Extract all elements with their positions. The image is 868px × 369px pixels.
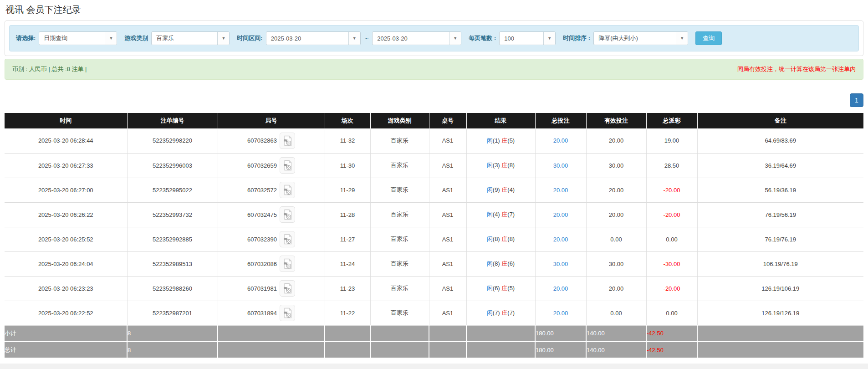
result-banker-label: 庄 bbox=[501, 260, 507, 267]
cell-round-id: 607032572 bbox=[218, 178, 325, 202]
cell-total-bet[interactable]: 30.00 bbox=[535, 251, 586, 276]
result-player-label: 闲 bbox=[487, 236, 493, 242]
cell-valid-bet: 0.00 bbox=[586, 227, 646, 251]
cell-table-no: AS1 bbox=[429, 276, 466, 301]
cell-session: 11-29 bbox=[325, 178, 370, 202]
video-replay-button[interactable] bbox=[280, 182, 295, 198]
page-size-label: 每页笔数 : bbox=[469, 34, 496, 42]
subtotal-label: 小计 bbox=[5, 325, 127, 342]
chevron-down-icon: ▼ bbox=[543, 32, 555, 45]
cell-game-type: 百家乐 bbox=[370, 251, 429, 276]
result-banker-count: (6) bbox=[507, 260, 515, 267]
video-file-icon bbox=[282, 135, 292, 146]
currency-total-text: 币别 : 人民币 | 总共 :8 注单 | bbox=[12, 65, 87, 73]
col-header-table-no: 桌号 bbox=[429, 113, 466, 128]
result-banker-label: 庄 bbox=[501, 211, 507, 218]
cell-result: 闲(8) 庄(6) bbox=[466, 251, 535, 276]
cell-game-type: 百家乐 bbox=[370, 301, 429, 325]
result-banker-label: 庄 bbox=[501, 162, 507, 169]
video-replay-button[interactable] bbox=[280, 231, 295, 247]
cell-session: 11-22 bbox=[325, 301, 370, 325]
round-id-text: 607032086 bbox=[247, 261, 277, 267]
result-player-label: 闲 bbox=[487, 186, 493, 193]
sort-order-select[interactable]: 降幂(由大到小) ▼ bbox=[593, 31, 688, 45]
date-from-value: 2025-03-20 bbox=[266, 32, 348, 45]
result-banker-label: 庄 bbox=[501, 186, 507, 193]
game-type-label: 游戏类别 bbox=[124, 34, 148, 42]
game-type-select[interactable]: 百家乐 ▼ bbox=[151, 31, 230, 45]
result-banker-label: 庄 bbox=[501, 137, 507, 144]
total-total-bet: 180.00 bbox=[535, 342, 586, 358]
video-replay-button[interactable] bbox=[280, 280, 295, 297]
result-banker-count: (8) bbox=[507, 162, 515, 169]
time-range-label: 时间区间: bbox=[237, 34, 262, 42]
cell-result: 闲(3) 庄(8) bbox=[466, 153, 535, 178]
horizontal-scrollbar[interactable] bbox=[0, 364, 868, 369]
cell-total-bet[interactable]: 20.00 bbox=[535, 202, 586, 227]
chevron-down-icon: ▼ bbox=[348, 32, 360, 45]
cell-round-id: 607031894 bbox=[218, 301, 325, 325]
cell-total-bet[interactable]: 20.00 bbox=[535, 276, 586, 301]
cell-round-id: 607032863 bbox=[218, 128, 325, 153]
sort-order-label: 时间排序 : bbox=[563, 34, 590, 42]
round-id-text: 607031981 bbox=[247, 285, 277, 292]
col-header-round-id: 局号 bbox=[218, 113, 325, 128]
cell-table-no: AS1 bbox=[429, 251, 466, 276]
cell-payout: 19.00 bbox=[646, 128, 697, 153]
video-replay-button[interactable] bbox=[280, 305, 295, 321]
date-range-separator: ~ bbox=[365, 35, 369, 42]
video-replay-button[interactable] bbox=[280, 256, 295, 272]
col-header-valid-bet: 有效投注 bbox=[586, 113, 646, 128]
subtotal-payout: -42.50 bbox=[646, 325, 697, 342]
page-size-value: 100 bbox=[500, 32, 543, 45]
cell-payout: -20.00 bbox=[646, 276, 697, 301]
date-to-value: 2025-03-20 bbox=[373, 32, 449, 45]
round-id-text: 607032659 bbox=[247, 162, 277, 169]
result-player-label: 闲 bbox=[487, 309, 493, 316]
cell-payout: 0.00 bbox=[646, 301, 697, 325]
cell-remark: 76.19/56.19 bbox=[697, 202, 863, 227]
video-replay-button[interactable] bbox=[280, 133, 295, 149]
col-header-bet-id: 注单编号 bbox=[127, 113, 218, 128]
video-file-icon bbox=[282, 258, 292, 269]
result-player-count: (9) bbox=[493, 186, 500, 193]
cell-table-no: AS1 bbox=[429, 178, 466, 202]
page-size-input[interactable]: 100 ▼ bbox=[499, 31, 556, 45]
cell-total-bet[interactable]: 20.00 bbox=[535, 178, 586, 202]
cell-valid-bet: 20.00 bbox=[586, 128, 646, 153]
cell-payout: -20.00 bbox=[646, 178, 697, 202]
result-player-label: 闲 bbox=[487, 162, 493, 169]
cell-valid-bet: 20.00 bbox=[586, 178, 646, 202]
cell-total-bet[interactable]: 30.00 bbox=[535, 153, 586, 178]
cell-game-type: 百家乐 bbox=[370, 276, 429, 301]
pagination-page-1[interactable]: 1 bbox=[850, 93, 863, 107]
video-file-icon bbox=[282, 160, 292, 171]
total-label: 总计 bbox=[5, 342, 127, 358]
chevron-down-icon: ▼ bbox=[676, 32, 688, 45]
date-to-input[interactable]: 2025-03-20 ▼ bbox=[372, 31, 461, 45]
cell-bet-id: 522352995022 bbox=[127, 178, 218, 202]
result-banker-label: 庄 bbox=[501, 236, 507, 242]
cell-total-bet[interactable]: 20.00 bbox=[535, 128, 586, 153]
result-player-count: (7) bbox=[493, 309, 500, 316]
table-row: 2025-03-20 06:22:52 522352987201 6070318… bbox=[5, 301, 863, 325]
filter-type-select[interactable]: 日期查询 ▼ bbox=[39, 31, 117, 45]
video-replay-button[interactable] bbox=[280, 206, 295, 223]
cell-total-bet[interactable]: 20.00 bbox=[535, 301, 586, 325]
date-from-input[interactable]: 2025-03-20 ▼ bbox=[266, 31, 361, 45]
cell-round-id: 607032086 bbox=[218, 251, 325, 276]
cell-session: 11-27 bbox=[325, 227, 370, 251]
cell-round-id: 607032475 bbox=[218, 202, 325, 227]
subtotal-valid-bet: 140.00 bbox=[586, 325, 646, 342]
filter-panel: 请选择: 日期查询 ▼ 游戏类别 百家乐 ▼ 时间区间: 2025-03-20 … bbox=[5, 20, 863, 56]
round-id-text: 607032572 bbox=[247, 187, 277, 194]
cell-bet-id: 522352989513 bbox=[127, 251, 218, 276]
total-valid-bet: 140.00 bbox=[586, 342, 646, 358]
cell-game-type: 百家乐 bbox=[370, 227, 429, 251]
cell-total-bet[interactable]: 20.00 bbox=[535, 227, 586, 251]
cell-result: 闲(9) 庄(4) bbox=[466, 178, 535, 202]
video-replay-button[interactable] bbox=[280, 157, 295, 174]
cell-session: 11-23 bbox=[325, 276, 370, 301]
cell-game-type: 百家乐 bbox=[370, 202, 429, 227]
search-button[interactable]: 查询 bbox=[695, 31, 722, 45]
